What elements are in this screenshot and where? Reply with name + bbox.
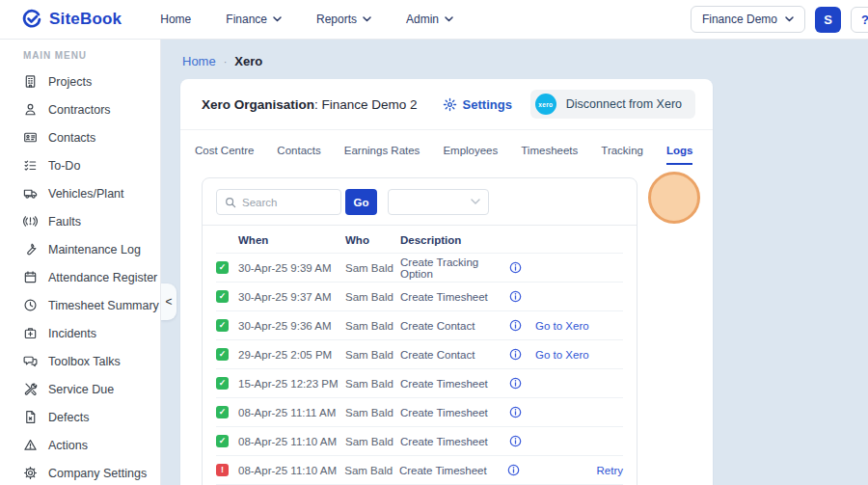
top-header: SiteBook Home Finance Reports Admin Fina… bbox=[0, 0, 868, 40]
sidebar-item-faults[interactable]: Faults bbox=[0, 207, 160, 235]
status-cell: ✓ bbox=[216, 348, 229, 361]
sidebar-item-service-due[interactable]: Service Due bbox=[0, 375, 160, 403]
when-cell: 29-Apr-25 2:05 PM bbox=[238, 349, 345, 361]
sidebar-items: Projects Contractors Contacts To-Do Vehi… bbox=[0, 67, 160, 485]
go-button[interactable]: Go bbox=[345, 189, 377, 215]
description-cell: Create Timesheet bbox=[400, 436, 509, 447]
status-cell: ✓ bbox=[216, 319, 229, 332]
description-cell: Create Timesheet bbox=[400, 291, 509, 303]
sidebar-item-attendance-register[interactable]: Attendance Register bbox=[0, 263, 160, 291]
when-cell: 15-Apr-25 12:23 PM bbox=[238, 378, 345, 390]
info-icon[interactable] bbox=[507, 464, 533, 476]
logs-search-row: Go bbox=[203, 178, 637, 225]
info-icon[interactable] bbox=[509, 377, 535, 390]
top-right-cluster: Finance Demo S ? bbox=[691, 6, 868, 33]
sidebar-item-defects[interactable]: Defects bbox=[0, 403, 160, 431]
disconnect-from-xero-button[interactable]: xero Disconnect from Xero bbox=[530, 90, 695, 119]
when-cell: 30-Apr-25 9:37 AM bbox=[238, 291, 345, 303]
settings-link[interactable]: Settings bbox=[443, 97, 512, 112]
breadcrumb-separator: · bbox=[224, 56, 228, 67]
defect-doc-icon bbox=[23, 410, 38, 424]
sidebar-item-label: Timesheet Summary bbox=[48, 299, 159, 312]
success-status-icon: ✓ bbox=[216, 348, 229, 361]
go-to-xero-link[interactable]: Go to Xero bbox=[535, 349, 599, 361]
main-content: < Home · Xero Xero Organisation: Finance… bbox=[161, 40, 868, 485]
breadcrumb-current: Xero bbox=[234, 54, 262, 68]
info-icon[interactable] bbox=[509, 406, 535, 418]
tab-contacts[interactable]: Contacts bbox=[277, 145, 320, 165]
sitebook-logo[interactable]: SiteBook bbox=[21, 9, 122, 30]
table-row: ✓ 08-Apr-25 11:11 AM Sam Bald Create Tim… bbox=[216, 398, 623, 427]
sidebar-item-label: Contractors bbox=[48, 103, 111, 117]
tab-tracking[interactable]: Tracking bbox=[601, 145, 643, 165]
logs-table: When Who Description ✓ 30-Apr-25 9:39 AM… bbox=[203, 226, 637, 485]
filter-dropdown[interactable] bbox=[388, 189, 489, 215]
success-status-icon: ✓ bbox=[216, 261, 229, 274]
sidebar-item-actions[interactable]: Actions bbox=[0, 431, 160, 459]
sidebar-item-vehicles-plant[interactable]: Vehicles/Plant bbox=[0, 179, 160, 207]
user-avatar[interactable]: S bbox=[815, 7, 841, 33]
status-cell: ✓ bbox=[216, 377, 229, 390]
sidebar-item-label: Incidents bbox=[48, 327, 96, 340]
search-field[interactable] bbox=[216, 189, 341, 215]
top-nav-item-finance[interactable]: Finance bbox=[226, 13, 282, 26]
chevron-down-icon bbox=[445, 16, 453, 22]
table-header-row: When Who Description bbox=[216, 226, 623, 254]
when-cell: 08-Apr-25 11:10 AM bbox=[238, 465, 344, 476]
sidebar-item-timesheet-summary[interactable]: Timesheet Summary bbox=[0, 291, 160, 319]
org-title: Xero Organisation: Finance Demo 2 bbox=[202, 97, 418, 112]
top-nav-item-reports[interactable]: Reports bbox=[316, 13, 371, 26]
checklist-icon bbox=[23, 158, 38, 173]
top-nav-item-home[interactable]: Home bbox=[160, 13, 191, 26]
top-nav: Home Finance Reports Admin bbox=[160, 13, 453, 26]
sidebar-item-company-settings[interactable]: Company Settings bbox=[0, 459, 160, 485]
success-status-icon: ✓ bbox=[216, 290, 229, 303]
chevron-down-icon bbox=[785, 16, 794, 22]
table-row: ✓ 30-Apr-25 9:39 AM Sam Bald Create Trac… bbox=[216, 254, 623, 283]
tab-cost-centre[interactable]: Cost Centre bbox=[195, 145, 254, 165]
sidebar-item-incidents[interactable]: Incidents bbox=[0, 319, 160, 347]
tab-timesheets[interactable]: Timesheets bbox=[521, 145, 578, 165]
sidebar-item-label: Toolbox Talks bbox=[48, 355, 121, 368]
info-icon[interactable] bbox=[509, 261, 535, 274]
sitebook-check-icon bbox=[21, 9, 42, 30]
xero-organisation-card: Xero Organisation: Finance Demo 2 Settin… bbox=[180, 79, 713, 485]
sidebar-item-projects[interactable]: Projects bbox=[0, 67, 160, 95]
breadcrumb-home-link[interactable]: Home bbox=[182, 54, 216, 68]
sidebar-collapse-button[interactable]: < bbox=[161, 283, 176, 320]
sidebar-item-contacts[interactable]: Contacts bbox=[0, 123, 160, 151]
tab-earnings-rates[interactable]: Earnings Rates bbox=[344, 145, 420, 165]
warning-triangle-icon bbox=[23, 438, 38, 452]
gear-icon bbox=[443, 97, 457, 112]
org-card-header: Xero Organisation: Finance Demo 2 Settin… bbox=[180, 79, 713, 130]
who-cell: Sam Bald bbox=[345, 349, 400, 361]
top-nav-label: Home bbox=[160, 13, 191, 26]
search-icon bbox=[225, 197, 236, 208]
top-nav-item-admin[interactable]: Admin bbox=[406, 13, 453, 26]
description-cell: Create Tracking Option bbox=[400, 256, 509, 280]
tab-logs[interactable]: Logs bbox=[666, 145, 692, 165]
info-icon[interactable] bbox=[509, 319, 535, 332]
settings-label: Settings bbox=[463, 97, 512, 112]
search-input[interactable] bbox=[242, 197, 333, 208]
company-selector[interactable]: Finance Demo bbox=[691, 6, 805, 33]
company-selector-label: Finance Demo bbox=[702, 13, 777, 26]
info-icon[interactable] bbox=[509, 435, 535, 447]
sidebar-item-to-do[interactable]: To-Do bbox=[0, 151, 160, 179]
sidebar-item-label: Defects bbox=[48, 411, 89, 424]
sidebar-item-toolbox-talks[interactable]: Toolbox Talks bbox=[0, 347, 160, 375]
description-cell: Create Contact bbox=[400, 320, 509, 332]
sidebar-item-label: Service Due bbox=[48, 383, 114, 396]
sidebar-item-contractors[interactable]: Contractors bbox=[0, 95, 160, 123]
info-icon[interactable] bbox=[509, 348, 535, 361]
status-cell: ✓ bbox=[216, 261, 229, 274]
sidebar-item-maintenance-log[interactable]: Maintenance Log bbox=[0, 235, 160, 263]
help-button[interactable]: ? bbox=[851, 7, 868, 33]
tab-employees[interactable]: Employees bbox=[443, 145, 498, 165]
table-row: ✓ 30-Apr-25 9:37 AM Sam Bald Create Time… bbox=[216, 283, 623, 311]
calendar-icon bbox=[23, 270, 38, 284]
xero-tabs: Cost CentreContactsEarnings RatesEmploye… bbox=[180, 130, 713, 165]
info-icon[interactable] bbox=[509, 290, 535, 303]
go-to-xero-link[interactable]: Go to Xero bbox=[535, 320, 599, 332]
retry-link[interactable]: Retry bbox=[597, 465, 623, 476]
